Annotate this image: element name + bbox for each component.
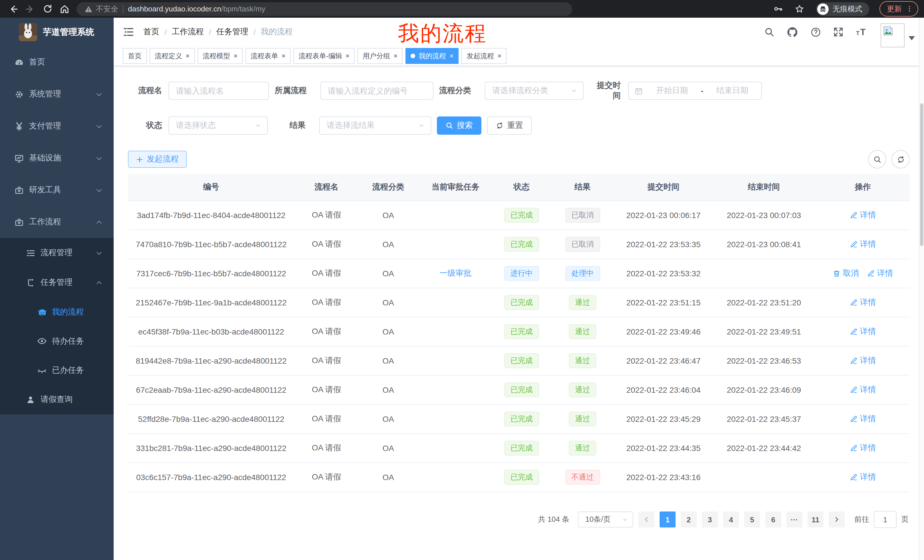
tab-process-form-edit[interactable]: 流程表单-编辑× xyxy=(294,48,355,64)
detail-link[interactable]: 详情 xyxy=(850,355,876,365)
close-icon[interactable]: × xyxy=(234,52,238,59)
sidebar-item-task-mgmt[interactable]: 任务管理 xyxy=(0,268,114,297)
cell-status: 已完成 xyxy=(493,346,550,375)
breadcrumb-workflow[interactable]: 工作流程 xyxy=(172,27,204,37)
fullscreen-icon[interactable] xyxy=(833,27,843,37)
tab-process-definition[interactable]: 流程定义× xyxy=(150,48,195,64)
detail-link[interactable]: 详情 xyxy=(850,385,876,395)
not-secure-warning[interactable]: 不安全 xyxy=(84,4,118,14)
bookmark-star-icon[interactable] xyxy=(794,4,805,14)
sidebar-item-infrastructure[interactable]: 基础设施 xyxy=(0,142,114,174)
search-icon[interactable] xyxy=(764,27,774,37)
help-icon[interactable] xyxy=(810,27,821,37)
tab-user-group[interactable]: 用户分组× xyxy=(357,48,403,64)
close-icon[interactable]: × xyxy=(282,52,285,59)
detail-link[interactable]: 详情 xyxy=(850,326,876,337)
user-avatar[interactable] xyxy=(880,23,904,47)
goto-page-input[interactable] xyxy=(874,511,897,528)
sidebar-item-payment[interactable]: 支付管理 xyxy=(0,110,114,142)
submit-time-range[interactable]: 开始日期 - 结束日期 xyxy=(628,82,762,100)
next-page-button[interactable] xyxy=(829,512,844,527)
status-badge: 处理中 xyxy=(565,266,600,281)
definition-input[interactable] xyxy=(320,82,434,100)
scrollbar-track[interactable] xyxy=(919,18,924,560)
category-select[interactable]: 请选择流程分类 xyxy=(485,82,584,100)
page-button-4[interactable]: 4 xyxy=(723,512,739,527)
tab-my-process[interactable]: 我的流程× xyxy=(405,48,459,64)
detail-link[interactable]: 详情 xyxy=(850,210,876,220)
page-button-3[interactable]: 3 xyxy=(702,512,718,527)
sidebar-item-done-task[interactable]: 已办任务 xyxy=(0,356,114,385)
sidebar-item-process-mgmt[interactable]: 流程管理 xyxy=(0,238,114,268)
page-ellipsis[interactable]: ··· xyxy=(786,512,802,527)
sidebar-item-system[interactable]: 系统管理 xyxy=(0,78,114,110)
detail-link[interactable]: 详情 xyxy=(850,297,876,307)
cell-end-time: 2022-01-22 23:44:42 xyxy=(712,434,816,463)
breadcrumb-home[interactable]: 首页 xyxy=(143,27,159,37)
cancel-link[interactable]: 取消 xyxy=(832,268,859,278)
task-link[interactable]: 一级审批 xyxy=(440,268,471,277)
browser-update-button[interactable]: 更新 xyxy=(879,1,918,16)
detail-link[interactable]: 详情 xyxy=(850,472,876,482)
browser-home-icon[interactable] xyxy=(57,1,72,16)
browser-forward-icon[interactable] xyxy=(23,1,38,16)
github-icon[interactable] xyxy=(786,26,798,38)
close-icon[interactable]: × xyxy=(497,52,501,59)
cell-name: OA 请假 xyxy=(294,346,358,375)
page-button-1[interactable]: 1 xyxy=(660,512,676,527)
header-actions: TT xyxy=(752,16,915,47)
name-input[interactable] xyxy=(168,82,269,100)
edit-icon xyxy=(850,356,858,364)
search-button[interactable]: 搜索 xyxy=(437,117,482,135)
cell-submit-time: 2022-01-22 23:53:35 xyxy=(615,230,712,259)
close-icon[interactable]: × xyxy=(345,52,350,59)
avatar-caret-icon[interactable] xyxy=(909,36,915,40)
status-badge: 已完成 xyxy=(504,353,539,368)
app-logo[interactable]: 芋道管理系统 xyxy=(0,18,114,46)
page-button-5[interactable]: 5 xyxy=(744,512,760,527)
prev-page-button[interactable] xyxy=(639,512,654,527)
breadcrumb-task-mgmt[interactable]: 任务管理 xyxy=(216,27,248,37)
address-bar[interactable]: 不安全 dashboard.yudao.iocoder.cn/bpm/task/… xyxy=(76,2,572,16)
browser-reload-icon[interactable] xyxy=(40,1,55,16)
logo-image xyxy=(19,23,37,41)
page-size-select[interactable]: 10条/页 xyxy=(578,512,633,527)
table-refresh-button[interactable] xyxy=(891,150,910,168)
sidebar-item-workflow[interactable]: 工作流程 xyxy=(0,206,114,238)
tab-process-model[interactable]: 流程模型× xyxy=(198,48,243,64)
sidebar-item-todo-task[interactable]: 待办任务 xyxy=(0,326,114,356)
launch-process-button[interactable]: 发起流程 xyxy=(128,151,187,168)
hamburger-icon[interactable] xyxy=(123,26,134,38)
page-button-6[interactable]: 6 xyxy=(765,512,781,527)
list-icon xyxy=(26,248,35,258)
tab-home[interactable]: 首页 xyxy=(123,48,147,64)
table-search-button[interactable] xyxy=(868,150,886,168)
detail-link[interactable]: 详情 xyxy=(867,268,893,278)
tab-process-form[interactable]: 流程表单× xyxy=(246,48,291,64)
detail-link[interactable]: 详情 xyxy=(850,443,876,453)
sidebar-item-home[interactable]: 首页 xyxy=(0,46,114,78)
breadcrumb: 首页/ 工作流程/ 任务管理/ 我的流程 xyxy=(143,27,292,37)
sidebar-item-my-process[interactable]: 我的流程 xyxy=(0,297,114,326)
page-button-11[interactable]: 11 xyxy=(807,512,824,527)
result-select[interactable]: 请选择流结果 xyxy=(319,117,431,135)
reset-button[interactable]: 重置 xyxy=(487,117,532,135)
key-icon[interactable] xyxy=(773,4,783,14)
tab-launch-process[interactable]: 发起流程× xyxy=(461,48,507,64)
close-icon[interactable]: × xyxy=(186,52,190,59)
close-icon[interactable]: × xyxy=(449,52,453,59)
page-button-2[interactable]: 2 xyxy=(681,512,697,527)
scrollbar-thumb[interactable] xyxy=(920,103,923,246)
sidebar-item-leave-query[interactable]: 请假查询 xyxy=(0,385,114,415)
detail-link[interactable]: 详情 xyxy=(850,239,876,249)
font-size-icon[interactable]: TT xyxy=(855,26,868,38)
close-icon[interactable]: × xyxy=(393,52,398,59)
active-dot xyxy=(411,54,415,58)
toolbox-icon xyxy=(14,185,24,195)
detail-link[interactable]: 详情 xyxy=(850,413,876,424)
sidebar-item-dev-tools[interactable]: 研发工具 xyxy=(0,174,114,206)
incognito-badge[interactable]: 无痕模式 xyxy=(816,2,869,16)
browser-back-icon[interactable] xyxy=(6,1,21,16)
status-select[interactable]: 请选择状态 xyxy=(168,117,268,135)
cell-status: 进行中 xyxy=(493,259,550,288)
